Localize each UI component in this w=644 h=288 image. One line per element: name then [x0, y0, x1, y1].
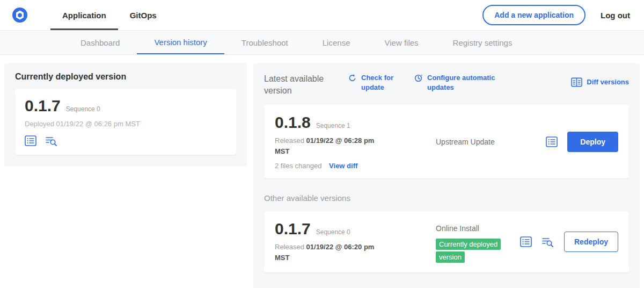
other-version-source: Online Install [436, 224, 479, 233]
release-notes-icon[interactable] [25, 135, 36, 146]
tab-gitops[interactable]: GitOps [118, 0, 169, 30]
auto-updates-icon [414, 74, 423, 92]
other-sequence-label: Sequence 0 [316, 228, 350, 236]
tab-gitops-label: GitOps [130, 11, 157, 20]
released-label: Released [275, 243, 304, 251]
diff-versions-label: Diff versions [587, 77, 629, 87]
subnav-registry-settings[interactable]: Registry settings [436, 31, 530, 54]
other-released-timestamp: Released 01/19/22 @ 06:20 pm MST [275, 242, 385, 263]
latest-released-timestamp: Released 01/19/22 @ 06:28 pm MST [275, 135, 385, 156]
configure-updates-label: Configure automatic updates [427, 73, 508, 92]
currently-deployed-badge: Currently deployed version [436, 239, 501, 263]
latest-sequence-label: Sequence 1 [316, 122, 350, 129]
diff-versions-button[interactable]: Diff versions [571, 77, 629, 87]
redeploy-button[interactable]: Redeploy [564, 232, 618, 252]
app-logo-icon [12, 7, 28, 23]
deployed-version-number: 0.1.7 [25, 97, 61, 115]
logout-link[interactable]: Log out [601, 11, 630, 20]
other-version-source-block: Online Install Currently deployed versio… [436, 220, 520, 264]
other-version-number: 0.1.7 [275, 220, 311, 238]
files-changed-label: 2 files changed [275, 162, 321, 170]
check-for-update-label: Check for update [361, 73, 400, 92]
main-content: Currently deployed version 0.1.7 Sequenc… [0, 55, 644, 288]
other-version-info: 0.1.7 Sequence 0 Released 01/19/22 @ 06:… [275, 220, 436, 264]
latest-version-source: Upstream Update [436, 138, 546, 146]
deployed-actions [25, 135, 226, 146]
refresh-icon [348, 74, 357, 92]
deploy-button[interactable]: Deploy [567, 132, 618, 152]
released-label: Released [275, 136, 304, 145]
deployed-timestamp: Deployed 01/19/22 @ 06:26 pm MST [25, 120, 226, 128]
latest-version-info: 0.1.8 Sequence 1 Released 01/19/22 @ 06:… [275, 113, 436, 170]
currently-deployed-panel: Currently deployed version 0.1.7 Sequenc… [4, 63, 247, 167]
secondary-navbar: Dashboard Version history Troubleshoot L… [0, 31, 644, 55]
topnav-tabs: Application GitOps [50, 0, 169, 30]
subnav-dashboard[interactable]: Dashboard [63, 31, 137, 54]
add-application-button[interactable]: Add a new application [482, 5, 586, 25]
currently-deployed-badge-wrap: Currently deployed version [436, 238, 517, 264]
other-version-row: 0.1.7 Sequence 0 [275, 220, 436, 238]
currently-deployed-title: Currently deployed version [15, 72, 236, 82]
release-notes-icon[interactable] [520, 236, 532, 247]
other-version-card: 0.1.7 Sequence 0 Released 01/19/22 @ 06:… [264, 211, 629, 272]
diff-icon[interactable] [541, 236, 554, 247]
latest-version-row: 0.1.8 Sequence 1 [275, 113, 436, 132]
diff-table-icon [571, 77, 582, 87]
top-navbar: Application GitOps Add a new application… [0, 0, 644, 31]
subnav-troubleshoot[interactable]: Troubleshoot [224, 31, 305, 54]
latest-available-title: Latest available version [264, 73, 334, 96]
available-versions-header: Latest available version Check for updat… [264, 73, 629, 96]
configure-updates-button[interactable]: Configure automatic updates [414, 73, 508, 92]
available-versions-panel: Latest available version Check for updat… [253, 63, 640, 288]
deployed-version-row: 0.1.7 Sequence 0 [25, 97, 226, 115]
deployed-version-card: 0.1.7 Sequence 0 Deployed 01/19/22 @ 06:… [15, 89, 236, 155]
latest-version-actions: Deploy [546, 132, 618, 152]
subnav-license[interactable]: License [305, 31, 368, 54]
deployed-sequence-label: Sequence 0 [66, 105, 100, 113]
check-for-update-button[interactable]: Check for update [348, 73, 400, 92]
subnav-view-files[interactable]: View files [367, 31, 435, 54]
other-versions-title: Other available versions [264, 193, 629, 203]
latest-files-row: 2 files changed View diff [275, 162, 436, 170]
latest-version-card: 0.1.8 Sequence 1 Released 01/19/22 @ 06:… [264, 105, 629, 178]
tab-application[interactable]: Application [50, 0, 118, 30]
release-notes-icon[interactable] [546, 136, 558, 147]
other-version-actions: Redeploy [520, 232, 618, 252]
diff-icon[interactable] [45, 135, 58, 146]
latest-version-number: 0.1.8 [275, 113, 311, 132]
tab-application-label: Application [62, 11, 106, 20]
view-diff-link[interactable]: View diff [329, 162, 357, 170]
topnav-right: Add a new application Log out [482, 5, 630, 25]
subnav-version-history[interactable]: Version history [137, 31, 224, 54]
